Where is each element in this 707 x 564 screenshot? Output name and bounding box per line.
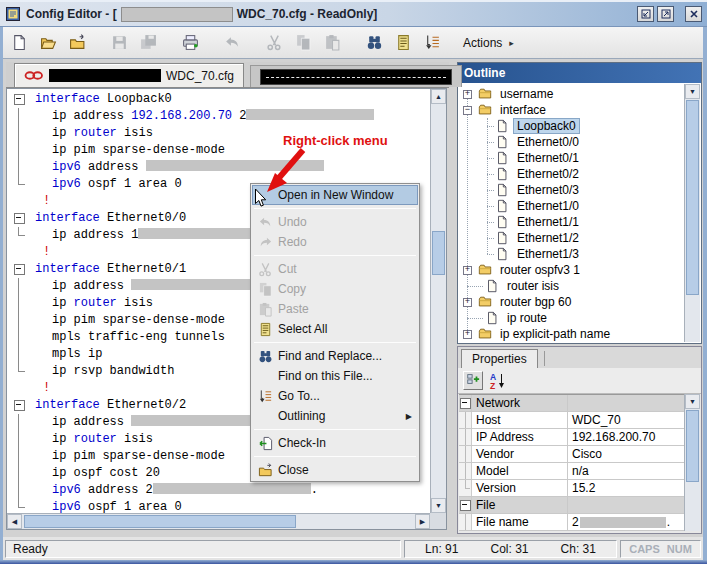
cut-button: [263, 32, 285, 54]
menu-separator: [254, 255, 416, 256]
menu-item-find-on-this-file[interactable]: Find on this File...: [252, 366, 418, 386]
outline-item-ethernet0-0[interactable]: Ethernet0/0: [459, 134, 684, 150]
outline-item-label: router bgp 60: [497, 295, 574, 309]
fold-guide: [7, 312, 33, 329]
goto-button[interactable]: [421, 32, 443, 54]
scroll-down-icon[interactable]: ▼: [685, 394, 700, 409]
scroll-down-icon[interactable]: ▼: [685, 84, 700, 99]
fold-toggle-icon[interactable]: [7, 397, 33, 414]
outline-item-ethernet1-0[interactable]: Ethernet1/0: [459, 198, 684, 214]
find-button[interactable]: [363, 32, 385, 54]
scrollbar-thumb[interactable]: [432, 231, 445, 275]
scrollbar-corner: [430, 513, 446, 529]
tab-inactive-redacted[interactable]: [250, 65, 462, 87]
scroll-right-icon[interactable]: ▶: [415, 514, 430, 529]
chevron-right-icon: ▸: [509, 38, 514, 48]
expand-icon[interactable]: +: [463, 90, 472, 99]
scroll-left-icon[interactable]: ◀: [7, 514, 22, 529]
property-row-host[interactable]: HostWDC_70: [459, 412, 684, 429]
outline-item-ethernet0-2[interactable]: Ethernet0/2: [459, 166, 684, 182]
categorized-view-button[interactable]: [463, 371, 483, 390]
outline-item-ethernet1-1[interactable]: Ethernet1/1: [459, 214, 684, 230]
scrollbar-thumb[interactable]: [686, 410, 699, 482]
menu-item-redo: Redo: [252, 232, 418, 252]
property-row-vendor[interactable]: VendorCisco: [459, 446, 684, 463]
property-row-file-name[interactable]: File name2.: [459, 514, 684, 531]
expand-icon[interactable]: +: [463, 298, 472, 307]
actions-menu[interactable]: Actions ▸: [463, 36, 514, 50]
folder-icon: [478, 327, 493, 341]
expand-icon[interactable]: +: [463, 330, 472, 339]
outline-item-router-isis[interactable]: router isis: [459, 278, 684, 294]
restore-window-button[interactable]: [637, 6, 654, 22]
scroll-up-icon[interactable]: ▲: [431, 89, 446, 104]
status-bar: Ready Ln: 91 Col: 31 Ch: 31 CAPS NUM: [3, 537, 703, 560]
tab-properties[interactable]: Properties: [461, 349, 538, 368]
property-category-network[interactable]: Network: [459, 395, 684, 412]
collapse-icon[interactable]: [459, 395, 472, 411]
scroll-down-icon[interactable]: ▼: [431, 498, 446, 513]
outline-item-username[interactable]: +username: [459, 86, 684, 102]
property-row-model[interactable]: Modeln/a: [459, 463, 684, 480]
menu-item-undo: Undo: [252, 212, 418, 232]
outline-item-ethernet0-3[interactable]: Ethernet0/3: [459, 182, 684, 198]
print-button[interactable]: [179, 32, 201, 54]
fold-guide: [7, 227, 33, 244]
outline-item-ethernet1-2[interactable]: Ethernet1/2: [459, 230, 684, 246]
outline-item-router-bgp-60[interactable]: +router bgp 60: [459, 294, 684, 310]
collapse-icon[interactable]: −: [463, 106, 472, 115]
outline-item-ethernet1-3[interactable]: Ethernet1/3: [459, 246, 684, 262]
outline-item-ip-route[interactable]: ip route: [459, 310, 684, 326]
code-line[interactable]: ip address 192.168.200.70 2: [7, 108, 430, 125]
property-category-file[interactable]: File: [459, 497, 684, 514]
window-title: Config Editor - [ WDC_70.cfg - ReadOnly]: [26, 7, 377, 22]
alphabetical-sort-button[interactable]: AZ: [489, 372, 507, 390]
editor-horizontal-scrollbar[interactable]: ◀ ▶: [7, 513, 430, 529]
code-line[interactable]: interface Loopback0: [7, 91, 430, 108]
outline-header: Outline: [458, 63, 701, 83]
property-row-ip-address[interactable]: IP Address192.168.200.70: [459, 429, 684, 446]
close-window-button[interactable]: [685, 6, 702, 22]
scrollbar-thumb[interactable]: [24, 515, 296, 528]
menu-item-outlining[interactable]: Outlining▶: [252, 406, 418, 426]
editor-vertical-scrollbar[interactable]: ▲ ▼: [430, 89, 446, 513]
menu-item-close[interactable]: Close: [252, 460, 418, 480]
outline-item-loopback0[interactable]: Loopback0: [459, 118, 684, 134]
outline-item-interface[interactable]: −interface: [459, 102, 684, 118]
close-file-button[interactable]: [66, 32, 88, 54]
prop-guide: [459, 463, 472, 479]
outline-item-ethernet0-1[interactable]: Ethernet0/1: [459, 150, 684, 166]
select-all-icon: [252, 322, 278, 337]
maximize-window-button[interactable]: [657, 6, 674, 22]
redacted-value: [580, 517, 666, 528]
properties-scrollbar[interactable]: ▲ ▼: [684, 394, 700, 531]
code-line[interactable]: ipv6 address: [7, 159, 430, 176]
properties-tab-label: Properties: [472, 352, 527, 366]
property-row-version[interactable]: Version15.2: [459, 480, 684, 497]
outline-item-label: ip route: [504, 311, 550, 325]
outline-item-label: Ethernet0/2: [514, 167, 582, 181]
menu-item-check-in[interactable]: Check-In: [252, 433, 418, 453]
expand-icon[interactable]: +: [463, 266, 472, 275]
code-line[interactable]: ipv6 ospf 1 area 0: [7, 499, 430, 513]
outline-scrollbar[interactable]: ▲ ▼: [684, 84, 700, 342]
menu-separator: [254, 429, 416, 430]
open-file-button[interactable]: [37, 32, 59, 54]
menu-item-go-to[interactable]: Go To...: [252, 386, 418, 406]
menu-item-find-and-replace[interactable]: Find and Replace...: [252, 346, 418, 366]
line-indicator: Ln: 91: [425, 542, 458, 556]
fold-toggle-icon[interactable]: [7, 261, 33, 278]
outline-item-router-ospfv3-1[interactable]: +router ospfv3 1: [459, 262, 684, 278]
outline-item-ip-explicit-path-name[interactable]: +ip explicit-path name: [459, 326, 684, 342]
new-file-button[interactable]: [8, 32, 30, 54]
select-all-button[interactable]: [392, 32, 414, 54]
config-editor-window: Config Editor - [ WDC_70.cfg - ReadOnly]…: [0, 0, 707, 564]
scrollbar-thumb[interactable]: [686, 100, 699, 295]
menu-item-select-all[interactable]: Select All: [252, 319, 418, 339]
collapse-icon[interactable]: [459, 497, 472, 513]
tab-active-config[interactable]: WDC_70.cfg: [14, 63, 244, 87]
az-sort-icon: AZ: [489, 376, 507, 393]
fold-toggle-icon[interactable]: [7, 91, 33, 108]
fold-toggle-icon[interactable]: [7, 210, 33, 227]
code-line[interactable]: ipv6 address 2.: [7, 482, 430, 499]
